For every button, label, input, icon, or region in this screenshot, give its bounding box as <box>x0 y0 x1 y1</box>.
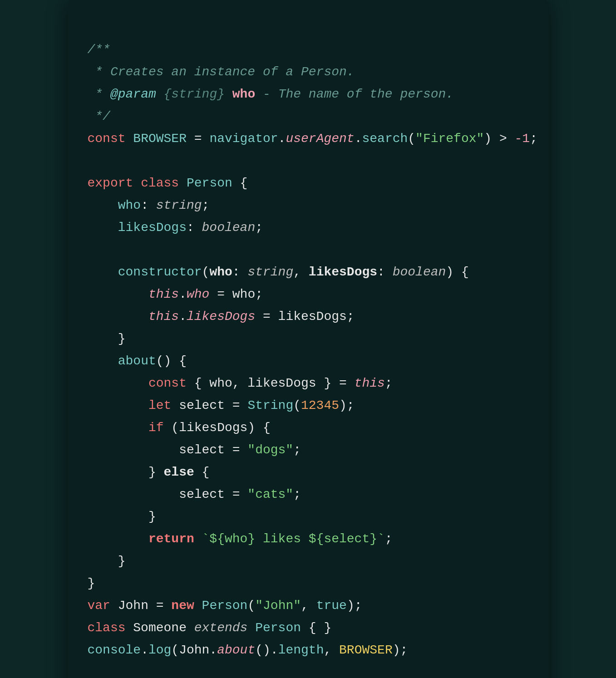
code-content: /** * Creates an instance of a Person. *… <box>88 16 529 678</box>
code-editor: /** * Creates an instance of a Person. *… <box>68 0 549 678</box>
